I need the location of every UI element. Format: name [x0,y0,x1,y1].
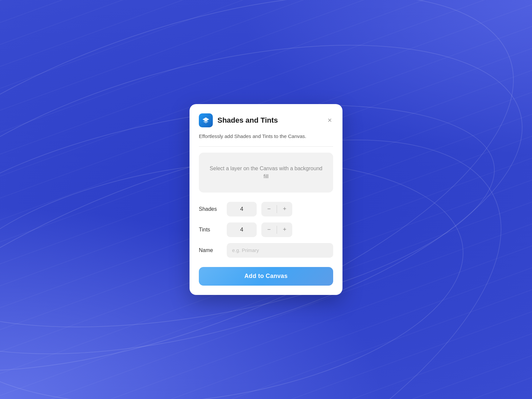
shades-increment-button[interactable]: + [277,202,292,216]
tints-label: Tints [199,227,222,233]
shades-decrement-button[interactable]: − [261,202,277,216]
name-label: Name [199,247,222,253]
dialog-title: Shades and Tints [217,116,278,125]
controls-section: Shades 4 − + Tints 4 − + Name [199,202,333,258]
svg-marker-1 [203,120,208,123]
name-row: Name [199,243,333,258]
shades-label: Shades [199,206,222,212]
name-input[interactable] [227,243,333,258]
add-to-canvas-button[interactable]: Add to Canvas [199,267,333,286]
selection-hint-text: Select a layer on the Canvas with a back… [210,166,323,179]
shades-tints-dialog: Shades and Tints × Effortlessly add Shad… [190,104,342,295]
tints-row: Tints 4 − + [199,222,333,237]
app-icon [199,113,213,127]
shades-row: Shades 4 − + [199,202,333,216]
tints-stepper: − + [261,222,292,237]
tints-increment-button[interactable]: + [277,222,292,237]
dialog-description: Effortlessly add Shades and Tints to the… [199,133,333,140]
shades-value-display: 4 [227,202,257,216]
tints-decrement-button[interactable]: − [261,222,277,237]
selection-hint-box: Select a layer on the Canvas with a back… [199,153,333,193]
tints-value-display: 4 [227,222,257,237]
header-divider [199,146,333,147]
title-group: Shades and Tints [199,113,278,127]
close-button[interactable]: × [326,115,333,125]
shades-stepper: − + [261,202,292,216]
dialog-header: Shades and Tints × [199,113,333,127]
